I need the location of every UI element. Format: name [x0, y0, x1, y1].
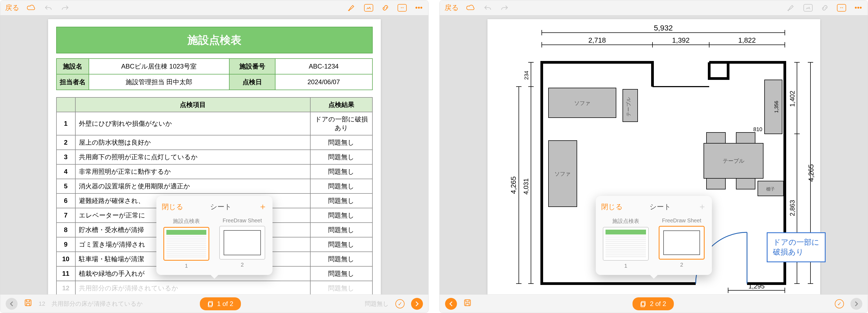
back-button[interactable]: 戻る — [444, 3, 459, 12]
row-num: 8 — [57, 222, 75, 237]
svg-rect-23 — [736, 178, 755, 189]
prev-page-button[interactable] — [6, 298, 18, 310]
next-page-button[interactable] — [411, 298, 423, 310]
table-row: 1外壁にひび割れや損傷がないかドアの一部に破損あり — [57, 112, 372, 135]
document-area: 施設点検表 施設名 ABCビル居住棟 1023号室 施設番号 ABC-1234 … — [0, 15, 428, 294]
svg-text:1,356: 1,356 — [774, 101, 779, 113]
svg-rect-21 — [736, 133, 755, 143]
meta-name-value: ABCビル居住棟 1023号室 — [89, 59, 229, 74]
row-result: 問題無し — [310, 237, 372, 252]
row-num: 4 — [57, 164, 75, 179]
popover-close-button[interactable]: 閉じる — [162, 202, 183, 212]
row-num: 1 — [57, 112, 75, 135]
annotation-callout[interactable]: ドアの一部に 破損あり — [767, 232, 826, 262]
image-insert-icon[interactable] — [364, 3, 373, 12]
cloud-icon[interactable] — [466, 3, 475, 12]
row-num: 5 — [57, 179, 75, 194]
sheet-preview[interactable] — [659, 226, 705, 259]
meta-date-label: 点検日 — [229, 74, 275, 90]
page-indicator-text: 1 of 2 — [217, 300, 233, 308]
more-icon[interactable]: ••• — [414, 3, 424, 12]
back-button[interactable]: 戻る — [5, 3, 20, 12]
svg-text:2,718: 2,718 — [588, 36, 606, 44]
row-result: 問題無し — [310, 194, 372, 208]
row-faint-text: 共用部分の床が清掃されているか — [52, 300, 193, 308]
meta-person-label: 担当者名 — [57, 74, 89, 90]
table-row: 3共用廊下の照明が正常に点灯しているか問題無し — [57, 150, 372, 164]
bottom-toolbar: 2 of 2 ✓ — [440, 294, 868, 313]
svg-rect-20 — [707, 133, 725, 143]
result-faint-text: 問題無し — [247, 300, 389, 308]
document-area: 5,932 2,718 1,392 1,822 — [440, 15, 868, 294]
top-toolbar: 戻る ↔ ••• — [440, 0, 868, 15]
svg-text:234: 234 — [523, 71, 529, 80]
confirm-icon[interactable]: ✓ — [395, 299, 405, 308]
row-num: 11 — [57, 266, 75, 281]
row-num: 2 — [57, 135, 75, 150]
more-icon[interactable]: ••• — [854, 3, 863, 12]
svg-text:1,392: 1,392 — [672, 36, 689, 44]
sheet-name: 施設点検表 — [601, 217, 651, 225]
sheet-name: FreeDraw Sheet — [218, 217, 267, 224]
sheet-thumb[interactable]: 施設点検表🗑1 — [601, 217, 651, 269]
undo-icon[interactable] — [483, 3, 492, 12]
row-item: 消火器の設置場所と使用期限が適正か — [75, 179, 310, 194]
row-result: 問題無し — [310, 150, 372, 164]
row-result: 問題無し — [310, 208, 372, 222]
svg-text:4,031: 4,031 — [522, 178, 530, 195]
row-result: 問題無し — [310, 164, 372, 179]
page-indicator[interactable]: 2 of 2 — [632, 298, 674, 310]
undo-icon[interactable] — [44, 3, 53, 12]
table-row: 12共用部分の床が清掃されているか問題無し — [57, 281, 372, 294]
prev-page-button[interactable] — [445, 298, 457, 310]
save-icon[interactable] — [24, 299, 32, 309]
table-row: 5消火器の設置場所と使用期限が適正か問題無し — [57, 179, 372, 194]
fit-width-icon[interactable]: ↔ — [398, 3, 407, 12]
popover-title: シート — [210, 202, 232, 212]
sheet-number: 1 — [601, 263, 651, 269]
link-icon[interactable] — [381, 3, 390, 12]
sheet-number: 2 — [657, 262, 707, 268]
svg-text:ソファ: ソファ — [554, 171, 571, 177]
svg-text:棚子: 棚子 — [766, 187, 775, 191]
save-icon[interactable] — [463, 299, 471, 309]
pen-icon — [787, 3, 796, 12]
redo-icon[interactable] — [500, 3, 509, 12]
sheet-preview[interactable]: 🗑 — [603, 227, 649, 260]
table-row: 4非常用照明が正常に動作するか問題無し — [57, 164, 372, 179]
sheet-name: 施設点検表 — [162, 217, 211, 225]
page-indicator-text: 2 of 2 — [650, 300, 666, 308]
sheet-thumb[interactable]: FreeDraw Sheet2 — [218, 217, 267, 269]
pen-icon[interactable] — [347, 3, 356, 12]
col-item: 点検項目 — [75, 97, 310, 112]
row-num: 10 — [57, 252, 75, 266]
link-icon — [820, 3, 829, 12]
top-toolbar: 戻る ↔ ••• — [0, 0, 428, 15]
sheet-popover: 閉じる シート ＋ 施設点検表🗑1FreeDraw Sheet2 — [156, 196, 273, 275]
table-row: 2屋上の防水状態は良好か問題無し — [57, 135, 372, 150]
svg-rect-22 — [707, 178, 725, 189]
row-num: 12 — [57, 281, 75, 294]
sheet-number: 1 — [162, 263, 211, 269]
svg-text:810: 810 — [753, 126, 762, 132]
image-insert-icon — [803, 3, 813, 12]
row-result: 問題無し — [310, 135, 372, 150]
sheet-thumb[interactable]: 施設点検表🗑1 — [162, 217, 211, 269]
popover-add-button[interactable]: ＋ — [258, 201, 267, 213]
next-page-button[interactable] — [850, 298, 862, 310]
popover-close-button[interactable]: 閉じる — [601, 202, 623, 212]
sheet-number: 2 — [218, 262, 267, 268]
sheet-thumb[interactable]: FreeDraw Sheet2 — [657, 217, 707, 269]
fit-width-icon[interactable]: ↔ — [837, 3, 846, 12]
row-item: 屋上の防水状態は良好か — [75, 135, 310, 150]
svg-text:テーブル: テーブル — [723, 158, 744, 164]
meta-date-value: 2024/06/07 — [275, 74, 372, 90]
cloud-icon[interactable] — [27, 3, 36, 12]
page-indicator[interactable]: 1 of 2 — [200, 298, 241, 310]
trash-icon: 🗑 — [199, 249, 206, 258]
redo-icon[interactable] — [61, 3, 70, 12]
sheet-name: FreeDraw Sheet — [657, 217, 707, 224]
confirm-icon[interactable]: ✓ — [835, 299, 844, 308]
sheet-preview[interactable]: 🗑 — [163, 227, 209, 260]
sheet-preview[interactable] — [219, 226, 265, 259]
